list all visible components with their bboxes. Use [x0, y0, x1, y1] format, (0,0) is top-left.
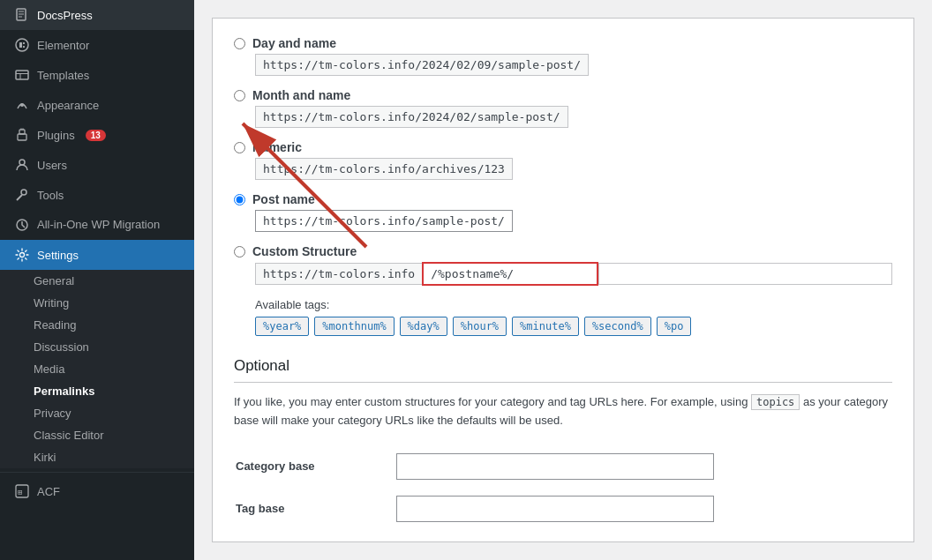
- svg-text:⊞: ⊞: [18, 488, 22, 497]
- submenu-media[interactable]: Media: [0, 358, 194, 380]
- sidebar-item-plugins[interactable]: Plugins 13: [0, 120, 194, 150]
- main-content: Day and name https://tm-colors.info/2024…: [194, 0, 932, 560]
- optional-defaults2: the defaults will be used.: [438, 414, 563, 427]
- permalink-url-post-name: https://tm-colors.info/sample-post/: [255, 210, 513, 232]
- permalink-label: Month and name: [252, 88, 350, 102]
- radio-month-name[interactable]: [234, 90, 245, 101]
- elementor-icon: [14, 37, 30, 53]
- tag-po[interactable]: %po: [657, 317, 692, 336]
- sidebar-item-label: Appearance: [37, 99, 99, 112]
- tag-year[interactable]: %year%: [255, 317, 309, 336]
- svg-rect-5: [19, 42, 22, 48]
- permalink-url-day-name: https://tm-colors.info/2024/02/09/sample…: [255, 54, 589, 76]
- tags-row: %year% %monthnum% %day% %hour% %minute% …: [255, 317, 892, 336]
- custom-structure-input[interactable]: [422, 262, 598, 286]
- sidebar-item-appearance[interactable]: Appearance: [0, 90, 194, 120]
- submenu-permalinks[interactable]: Permalinks: [0, 380, 194, 402]
- permalink-label: Numeric: [252, 140, 302, 154]
- radio-numeric[interactable]: [234, 142, 245, 153]
- sidebar-item-label: Tools: [37, 189, 64, 202]
- sidebar-item-tools[interactable]: Tools: [0, 180, 194, 210]
- plugins-icon: [14, 127, 30, 143]
- sidebar-item-label: Settings: [37, 249, 79, 262]
- optional-heading: Optional: [234, 357, 892, 383]
- radio-day-name[interactable]: [234, 38, 245, 49]
- allinone-icon: [14, 217, 30, 233]
- submenu-general[interactable]: General: [0, 270, 194, 292]
- tag-base-row: Tag base: [236, 489, 891, 529]
- tag-base-input[interactable]: [396, 496, 714, 522]
- users-icon: [14, 157, 30, 173]
- available-tags: Available tags: %year% %monthnum% %day% …: [255, 298, 892, 336]
- tag-second[interactable]: %second%: [584, 317, 651, 336]
- svg-rect-7: [23, 46, 25, 48]
- optional-desc: If you like, you may enter custom struct…: [234, 393, 892, 430]
- custom-structure-rest[interactable]: [598, 263, 892, 285]
- sidebar-item-elementor[interactable]: Elementor: [0, 30, 194, 60]
- sidebar-item-label: All-in-One WP Migration: [37, 218, 160, 233]
- category-base-label: Category base: [236, 459, 315, 473]
- sidebar-item-docspress[interactable]: DocsPress: [0, 0, 194, 30]
- permalink-url-month-name: https://tm-colors.info/2024/02/sample-po…: [255, 106, 568, 128]
- tag-monthnum[interactable]: %monthnum%: [314, 317, 394, 336]
- permalink-label: Day and name: [252, 36, 336, 50]
- optional-defaults: will make your category URLs like: [262, 414, 438, 427]
- radio-post-name[interactable]: [234, 194, 245, 205]
- svg-rect-8: [16, 71, 28, 79]
- optional-desc-text1: If you like, you may enter custom struct…: [234, 395, 748, 408]
- sidebar-item-templates[interactable]: Templates: [0, 60, 194, 90]
- svg-rect-12: [19, 130, 25, 134]
- radio-custom-structure[interactable]: [234, 246, 245, 258]
- docspress-icon: [14, 7, 30, 23]
- sidebar-item-allinone[interactable]: All-in-One WP Migration: [0, 210, 194, 240]
- sidebar: DocsPress Elementor Templates Appearance…: [0, 0, 194, 560]
- svg-point-16: [19, 160, 25, 165]
- permalink-month-name: Month and name https://tm-colors.info/20…: [234, 88, 892, 128]
- svg-point-19: [20, 253, 25, 258]
- custom-structure-row: https://tm-colors.info: [255, 262, 892, 286]
- custom-structure-prefix: https://tm-colors.info: [255, 263, 422, 285]
- svg-rect-13: [18, 134, 26, 140]
- tag-base-label: Tag base: [236, 502, 284, 515]
- sidebar-item-label: Templates: [37, 69, 89, 82]
- svg-point-17: [21, 190, 26, 195]
- sidebar-item-users[interactable]: Users: [0, 150, 194, 180]
- permalink-url-numeric: https://tm-colors.info/archives/123: [255, 158, 513, 180]
- sidebar-item-label: DocsPress: [37, 9, 93, 22]
- optional-form-table: Category base Tag base: [234, 444, 892, 531]
- available-tags-label: Available tags:: [255, 298, 892, 311]
- optional-code: topics: [751, 394, 800, 410]
- appearance-icon: [14, 97, 30, 113]
- settings-submenu: General Writing Reading Discussion Media…: [0, 270, 194, 468]
- svg-point-11: [20, 103, 24, 107]
- sidebar-item-label: Elementor: [37, 39, 89, 52]
- svg-rect-6: [23, 42, 25, 44]
- tag-hour[interactable]: %hour%: [453, 317, 507, 336]
- acf-icon: ⊞: [14, 483, 30, 499]
- permalink-label: Custom Structure: [252, 244, 357, 258]
- sidebar-item-acf[interactable]: ⊞ ACF: [0, 476, 194, 506]
- tag-day[interactable]: %day%: [400, 317, 447, 336]
- plugins-badge: 13: [86, 130, 106, 141]
- submenu-privacy[interactable]: Privacy: [0, 402, 194, 424]
- submenu-discussion[interactable]: Discussion: [0, 336, 194, 358]
- sidebar-item-label: Users: [37, 159, 67, 172]
- sidebar-item-label: ACF: [37, 485, 60, 498]
- submenu-reading[interactable]: Reading: [0, 314, 194, 336]
- tools-icon: [14, 187, 30, 203]
- category-base-input[interactable]: [396, 453, 714, 480]
- permalink-label: Post name: [252, 192, 315, 206]
- tag-minute[interactable]: %minute%: [512, 317, 579, 336]
- permalink-post-name: Post name https://tm-colors.info/sample-…: [234, 192, 892, 232]
- permalink-numeric: Numeric https://tm-colors.info/archives/…: [234, 140, 892, 180]
- sidebar-item-label: Plugins: [37, 129, 75, 142]
- sidebar-item-settings[interactable]: Settings: [0, 240, 194, 270]
- category-base-row: Category base: [236, 446, 891, 487]
- settings-icon: [14, 247, 30, 263]
- submenu-writing[interactable]: Writing: [0, 292, 194, 314]
- submenu-kirki[interactable]: Kirki: [0, 446, 194, 468]
- submenu-classic-editor[interactable]: Classic Editor: [0, 424, 194, 446]
- content-area: Day and name https://tm-colors.info/2024…: [212, 18, 914, 542]
- permalink-day-name: Day and name https://tm-colors.info/2024…: [234, 36, 892, 76]
- templates-icon: [14, 67, 30, 83]
